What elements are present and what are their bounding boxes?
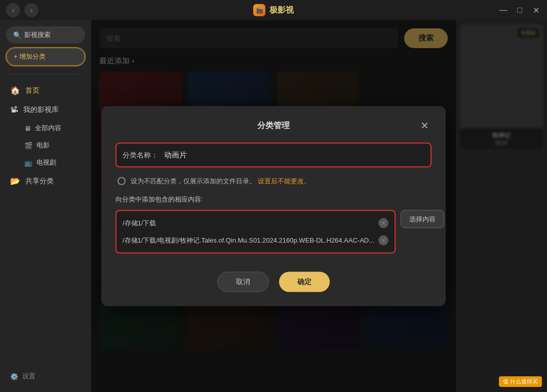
- watermark: 值 什么值得买: [499, 376, 542, 387]
- right-card-tag: 电视剧: [518, 28, 539, 37]
- nav-buttons: ‹ ›: [6, 3, 38, 17]
- sidebar-item-shared[interactable]: 📂 共享分类: [0, 171, 91, 191]
- confirm-button[interactable]: 确定: [279, 272, 330, 292]
- main-layout: 🔍 影视搜索 + 增加分类 🏠 首页 📽 我的影视库 🖥 全部内容 🎬 电影 📺…: [0, 20, 547, 392]
- app-logo: 🎬: [253, 4, 265, 16]
- settings-icon: ⚙️: [10, 373, 18, 380]
- sidebar-item-tv-label: 电视剧: [36, 158, 56, 167]
- sidebar-item-shared-label: 共享分类: [25, 177, 54, 186]
- content-paths-box-outer: /存储1/下载 ✕ /存储1/下载/电视剧/牧神记.Tales.of.Qin.M…: [115, 210, 396, 263]
- sidebar-item-home-label: 首页: [25, 86, 40, 95]
- right-card[interactable]: 电视剧 牧神记 2024: [460, 24, 543, 149]
- category-name-label: 分类名称：: [123, 150, 158, 160]
- dialog-actions: 取消 确定: [115, 272, 432, 292]
- forward-button[interactable]: ›: [24, 3, 38, 17]
- close-button[interactable]: ✕: [531, 6, 541, 15]
- path-row-1: /存储1/下载 ✕: [123, 216, 388, 230]
- sidebar-item-movies[interactable]: 🎬 电影: [0, 137, 91, 154]
- sidebar-search-button[interactable]: 🔍 影视搜索: [6, 26, 85, 44]
- shared-icon: 📂: [10, 176, 20, 186]
- unmatched-radio[interactable]: [118, 177, 126, 185]
- dialog-title: 分类管理: [130, 120, 417, 131]
- right-card-year: 2024: [464, 140, 539, 146]
- search-icon: 🔍: [13, 31, 21, 39]
- home-icon: 🏠: [10, 86, 20, 95]
- app-title: 极影视: [269, 5, 294, 16]
- sidebar-search-label: 影视搜索: [24, 30, 51, 40]
- cancel-button[interactable]: 取消: [217, 272, 269, 292]
- path-text-2: /存储1/下载/电视剧/牧神记.Tales.of.Qin.Mu.S01.2024…: [123, 236, 374, 245]
- paths-row-outer: /存储1/下载 ✕ /存储1/下载/电视剧/牧神记.Tales.of.Qin.M…: [115, 210, 432, 263]
- minimize-button[interactable]: —: [498, 6, 509, 15]
- dialog-header: 分类管理 ✕: [115, 119, 432, 133]
- add-category-label: + 增加分类: [14, 52, 46, 61]
- movies-icon: 🎬: [24, 142, 32, 149]
- sidebar-item-all[interactable]: 🖥 全部内容: [0, 120, 91, 137]
- radio-warning: 设置后不能更改。: [258, 177, 310, 185]
- path-remove-2[interactable]: ✕: [378, 236, 388, 246]
- sidebar-item-tv[interactable]: 📺 电视剧: [0, 154, 91, 171]
- sidebar-item-library[interactable]: 📽 我的影视库: [0, 100, 91, 120]
- content-section-label: 向分类中添加包含的相应内容:: [115, 195, 432, 204]
- sidebar-item-movies-label: 电影: [36, 141, 50, 150]
- select-content-button[interactable]: 选择内容: [401, 210, 444, 228]
- tv-icon: 📺: [24, 159, 32, 167]
- path-remove-1[interactable]: ✕: [378, 218, 388, 228]
- path-row-2: /存储1/下载/电视剧/牧神记.Tales.of.Qin.Mu.S01.2024…: [123, 233, 388, 248]
- right-card-info: 牧神记 2024: [460, 128, 543, 149]
- content-area: 搜索 最近添加 › 分类管理 ✕: [91, 20, 456, 392]
- right-card-title: 牧神记: [464, 131, 539, 140]
- path-text-1: /存储1/下载: [123, 219, 374, 228]
- unmatched-radio-row[interactable]: 设为不匹配分类，仅展示添加的文件目录。 设置后不能更改。: [115, 177, 432, 186]
- back-button[interactable]: ‹: [6, 3, 20, 17]
- sidebar: 🔍 影视搜索 + 增加分类 🏠 首页 📽 我的影视库 🖥 全部内容 🎬 电影 📺…: [0, 20, 91, 392]
- add-category-button[interactable]: + 增加分类: [6, 48, 85, 66]
- sidebar-item-all-label: 全部内容: [35, 124, 61, 133]
- category-name-input[interactable]: [164, 146, 424, 165]
- dialog-close-button[interactable]: ✕: [417, 119, 432, 133]
- settings-button[interactable]: ⚙️ 设置: [0, 367, 91, 386]
- window-controls: — □ ✕: [498, 6, 541, 15]
- settings-label: 设置: [22, 372, 35, 381]
- library-icon: 📽: [10, 105, 18, 114]
- category-management-dialog: 分类管理 ✕ 分类名称： 设为不匹配分类，仅展示添加的文件目录。 设置后不能更改…: [101, 106, 446, 306]
- all-icon: 🖥: [24, 125, 31, 132]
- title-bar: ‹ › 🎬 极影视 — □ ✕: [0, 0, 547, 20]
- radio-label: 设为不匹配分类，仅展示添加的文件目录。 设置后不能更改。: [131, 177, 310, 186]
- sidebar-item-home[interactable]: 🏠 首页: [0, 81, 91, 100]
- category-name-field[interactable]: 分类名称：: [115, 143, 432, 168]
- right-panel: 电视剧 牧神记 2024: [456, 20, 547, 392]
- sidebar-item-library-label: 我的影视库: [23, 105, 59, 114]
- maximize-button[interactable]: □: [515, 6, 525, 15]
- sidebar-divider: [6, 74, 85, 74]
- app-title-area: 🎬 极影视: [253, 4, 294, 16]
- content-paths-box: /存储1/下载 ✕ /存储1/下载/电视剧/牧神记.Tales.of.Qin.M…: [115, 210, 396, 254]
